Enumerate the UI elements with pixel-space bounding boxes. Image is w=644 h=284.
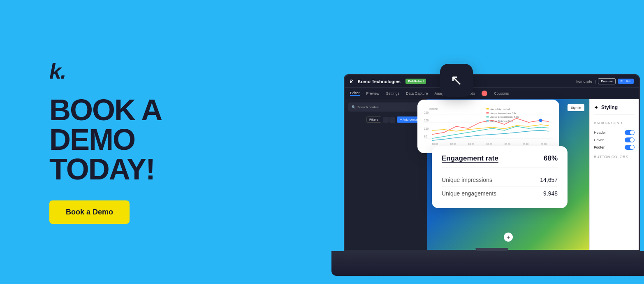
svg-rect-15 <box>486 108 489 109</box>
nav-settings[interactable]: Settings <box>386 91 400 95</box>
grid-view-icon[interactable] <box>383 117 389 123</box>
svg-text:80: 80 <box>424 135 427 138</box>
footer-toggle[interactable] <box>625 145 635 150</box>
view-icons <box>383 117 395 123</box>
button-colors-label: Button colors <box>594 155 635 159</box>
styling-icon: ✦ <box>594 104 599 111</box>
nav-editor[interactable]: Editor <box>350 91 360 96</box>
impressions-label: Unique impressions <box>442 177 492 183</box>
toggle-footer: Footer <box>594 145 635 150</box>
app-topbar-right: komo.site | Preview Publish <box>576 78 634 84</box>
svg-rect-17 <box>486 112 489 114</box>
svg-text:Unique Finishes: 3.4k: Unique Finishes: 3.4k <box>489 120 512 122</box>
komo-logo-text: k. <box>49 61 197 82</box>
cover-toggle[interactable] <box>625 137 635 142</box>
svg-text:08:00: 08:00 <box>505 143 511 145</box>
svg-text:Hub publish period: Hub publish period <box>489 108 510 110</box>
nav-data-capture[interactable]: Data Capture <box>406 91 428 95</box>
button-colors-section: Button colors <box>594 155 635 159</box>
book-demo-button[interactable]: Book a Demo <box>49 200 130 224</box>
app-brand-name: Komo Technologies <box>358 79 401 84</box>
search-bar[interactable]: 🔍 Search content <box>348 102 424 112</box>
analytics-card: 250 200 150 80 00:00 02:00 04:00 06:00 0… <box>417 100 559 153</box>
stats-row-impressions: Unique impressions 14,657 <box>442 173 558 187</box>
search-icon: 🔍 <box>352 105 355 109</box>
styling-title: Styling <box>601 105 618 110</box>
svg-text:06:00: 06:00 <box>486 143 493 145</box>
engagements-value: 9,948 <box>543 190 558 197</box>
toggle-cover: Cover <box>594 137 635 142</box>
footer-toggle-label: Footer <box>594 145 605 149</box>
engagement-rate-label: Engagement rate <box>442 154 498 163</box>
cursor-icon: ↖ <box>450 72 463 89</box>
komo-logo: k. <box>49 61 197 82</box>
published-badge: Published <box>405 79 426 84</box>
cursor-card: ↖ <box>440 64 473 97</box>
styling-header: ✦ Styling <box>594 104 635 114</box>
canvas-add-button[interactable]: + <box>504 233 513 242</box>
svg-text:200: 200 <box>424 119 429 122</box>
preview-button[interactable]: Preview <box>598 78 615 84</box>
engagements-label: Unique engagements <box>442 190 496 197</box>
laptop-notch <box>475 248 508 251</box>
svg-text:Unique Engagements: 6.9k: Unique Engagements: 6.9k <box>489 116 519 118</box>
svg-text:06:30: 06:30 <box>523 143 529 145</box>
main-container: k. BOOK A DEMO TODAY! Book a Demo ↖ 250 … <box>0 0 644 284</box>
svg-text:150: 150 <box>424 127 429 130</box>
svg-point-23 <box>539 119 542 122</box>
styling-panel: ✦ Styling Background Header <box>589 99 639 250</box>
app-navbar: Editor Preview Settings Data Capture Ana… <box>345 88 639 99</box>
stats-header: Engagement rate 68% <box>442 154 558 168</box>
svg-text:04:00: 04:00 <box>468 143 475 145</box>
list-view-icon[interactable] <box>389 117 395 123</box>
cover-toggle-label: Cover <box>594 138 604 142</box>
stats-row-engagements: Unique engagements 9,948 <box>442 187 558 200</box>
canvas-signin-button[interactable]: Sign In <box>568 104 584 111</box>
left-content: k. BOOK A DEMO TODAY! Book a Demo <box>0 36 197 249</box>
hero-headline: BOOK A DEMO TODAY! <box>49 95 197 184</box>
styling-toggles-section: Header Cover Footer <box>594 130 635 150</box>
svg-text:00:00: 00:00 <box>432 143 438 145</box>
content-panel: 🔍 Search content Filters + Add content <box>345 99 427 250</box>
svg-text:250: 250 <box>424 111 429 114</box>
nav-preview[interactable]: Preview <box>366 91 380 95</box>
impressions-value: 14,657 <box>540 177 558 183</box>
app-logo: k <box>350 79 353 84</box>
svg-text:02:00: 02:00 <box>450 143 456 145</box>
domain-label: komo.site <box>576 79 592 84</box>
right-content: ↖ 250 200 150 80 <box>197 0 644 284</box>
publish-button[interactable]: Publish <box>618 79 634 84</box>
svg-text:08:00: 08:00 <box>541 143 547 145</box>
search-placeholder: Search content <box>357 105 380 109</box>
styling-background-section: Background <box>594 121 635 125</box>
nav-avatar <box>482 91 487 96</box>
laptop-base <box>331 251 644 276</box>
svg-text:Unique Impressions: 14k: Unique Impressions: 14k <box>489 112 516 114</box>
filters-button[interactable]: Filters <box>366 116 381 123</box>
svg-text:Timeline: Timeline <box>427 107 438 110</box>
content-toolbar: Filters + Add content <box>345 115 427 124</box>
nav-coupons[interactable]: Coupons <box>494 91 509 95</box>
engagement-rate-value: 68% <box>544 154 558 163</box>
header-toggle[interactable] <box>625 130 635 135</box>
stats-card: Engagement rate 68% Unique impressions 1… <box>432 146 568 208</box>
background-label: Background <box>594 121 635 125</box>
app-topbar: k Komo Technologies Published komo.site … <box>345 75 639 88</box>
svg-rect-19 <box>486 116 489 118</box>
svg-rect-21 <box>486 120 489 121</box>
header-toggle-label: Header <box>594 130 606 135</box>
timeline-chart: 250 200 150 80 00:00 02:00 04:00 06:00 0… <box>424 106 553 147</box>
toggle-header: Header <box>594 130 635 135</box>
